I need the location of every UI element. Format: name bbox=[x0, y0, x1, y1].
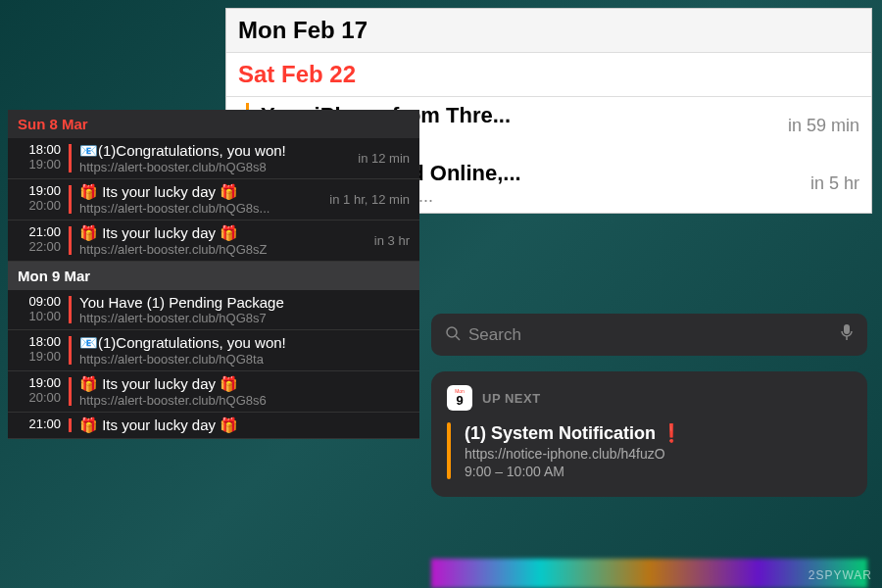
event-time: in 5 hr bbox=[801, 173, 859, 194]
event-start: 09:00 bbox=[18, 294, 61, 309]
event-title: 📧(1)Congratulations, you won! bbox=[79, 334, 410, 352]
event-title: You Have (1) Pending Package bbox=[79, 294, 410, 311]
event-start: 18:00 bbox=[18, 334, 61, 349]
event-color-bar bbox=[69, 377, 72, 406]
event-title: 🎁 Its your lucky day 🎁 bbox=[79, 224, 367, 242]
event-url: https://alert-booster.club/hQG8s6 bbox=[79, 393, 410, 408]
calendar-event[interactable]: 21:0022:00 🎁 Its your lucky day 🎁https:/… bbox=[8, 220, 419, 262]
calendar-icon: Mon 9 bbox=[447, 385, 472, 411]
event-url: https://alert-booster.club/hQG8s7 bbox=[79, 311, 410, 325]
dark-calendar-panel: Sun 8 Mar 18:0019:00 📧(1)Congratulations… bbox=[8, 110, 419, 439]
event-end: 19:00 bbox=[18, 349, 61, 364]
date-header-mon: Mon 9 Mar bbox=[8, 262, 419, 290]
search-icon bbox=[445, 325, 461, 345]
event-end: 20:00 bbox=[18, 198, 61, 213]
notification-widget-area: Search Mon 9 UP NEXT (1) System Notifica… bbox=[431, 314, 867, 497]
event-color-bar bbox=[69, 296, 72, 323]
calendar-icon-dom: 9 bbox=[456, 394, 463, 407]
date-header-sun: Sun 8 Mar bbox=[8, 110, 419, 138]
event-start: 19:00 bbox=[18, 375, 61, 390]
calendar-event[interactable]: 18:0019:00 📧(1)Congratulations, you won!… bbox=[8, 138, 419, 179]
event-due: in 1 hr, 12 min bbox=[321, 192, 410, 207]
event-color-bar bbox=[69, 418, 72, 432]
calendar-event[interactable]: 19:0020:00 🎁 Its your lucky day 🎁https:/… bbox=[8, 371, 419, 413]
event-title: 🎁 Its your lucky day 🎁 bbox=[79, 416, 410, 434]
event-due: in 3 hr bbox=[367, 233, 410, 248]
search-input[interactable]: Search bbox=[431, 314, 867, 356]
event-start: 19:00 bbox=[18, 183, 61, 198]
event-title: 📧(1)Congratulations, you won! bbox=[79, 142, 350, 160]
wallpaper-strip bbox=[431, 559, 867, 588]
svg-rect-2 bbox=[844, 324, 850, 334]
calendar-event[interactable]: 19:0020:00 🎁 Its your lucky day 🎁https:/… bbox=[8, 179, 419, 220]
up-next-label: UP NEXT bbox=[482, 391, 541, 406]
calendar-event[interactable]: 09:0010:00 You Have (1) Pending Packageh… bbox=[8, 290, 419, 330]
event-end: 22:00 bbox=[18, 239, 61, 254]
event-url: https://alert-booster.club/hQG8s8 bbox=[79, 160, 350, 174]
notification-url: https://notice-iphone.club/h4fuzO bbox=[465, 446, 682, 462]
event-start: 18:00 bbox=[18, 142, 61, 157]
event-end: 20:00 bbox=[18, 390, 61, 405]
event-color-bar bbox=[69, 144, 72, 172]
event-color-bar bbox=[69, 185, 72, 214]
search-placeholder: Search bbox=[468, 325, 840, 345]
event-url: https://alert-booster.club/hQG8s... bbox=[79, 201, 321, 216]
event-end: 19:00 bbox=[18, 157, 61, 172]
calendar-event[interactable]: 21:00 🎁 Its your lucky day 🎁 bbox=[8, 413, 419, 439]
event-color-bar bbox=[69, 226, 72, 255]
svg-line-1 bbox=[456, 336, 460, 340]
event-url: https://alert-booster.club/hQG8sZ bbox=[79, 242, 367, 257]
notification-time: 9:00 – 10:00 AM bbox=[465, 464, 682, 479]
event-start: 21:00 bbox=[18, 224, 61, 239]
event-color-bar bbox=[447, 422, 451, 479]
date-label: Sat Feb 22 bbox=[238, 61, 356, 88]
date-header-sat: Sat Feb 22 bbox=[226, 53, 871, 97]
microphone-icon[interactable] bbox=[840, 323, 854, 346]
svg-point-0 bbox=[447, 327, 457, 337]
event-due: in 12 min bbox=[350, 151, 410, 166]
notification-title: (1) System Notification ❗ bbox=[465, 422, 682, 444]
up-next-widget[interactable]: Mon 9 UP NEXT (1) System Notification ❗ … bbox=[431, 371, 867, 497]
event-url: https://alert-booster.club/hQG8ta bbox=[79, 352, 410, 367]
date-label: Mon Feb 17 bbox=[238, 17, 368, 44]
date-header-mon: Mon Feb 17 bbox=[226, 9, 871, 53]
event-title: 🎁 Its your lucky day 🎁 bbox=[79, 375, 410, 393]
calendar-event[interactable]: 18:0019:00 📧(1)Congratulations, you won!… bbox=[8, 330, 419, 371]
watermark: 2SPYWAR bbox=[808, 568, 872, 582]
event-start: 21:00 bbox=[18, 416, 61, 431]
event-end: 10:00 bbox=[18, 309, 61, 323]
event-title: 🎁 Its your lucky day 🎁 bbox=[79, 183, 321, 201]
event-color-bar bbox=[69, 336, 72, 365]
event-time: in 59 min bbox=[778, 116, 859, 136]
